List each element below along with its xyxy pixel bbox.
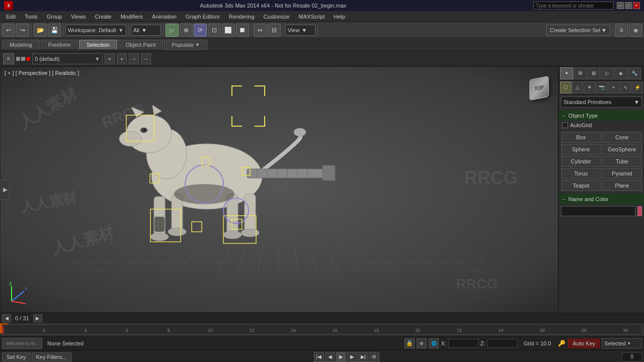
search-input[interactable]	[533, 2, 614, 10]
svg-rect-33	[242, 167, 250, 175]
viewport-expand-arrow[interactable]: ▶	[1, 179, 10, 200]
lights-btn[interactable]: ☀	[584, 81, 595, 94]
hierarchy-panel-btn[interactable]: ⊞	[587, 67, 600, 79]
next-frame-btn[interactable]: ▶	[347, 352, 357, 362]
tab-populate[interactable]: Populate ▼	[164, 40, 207, 50]
rotate-tool[interactable]: ⟳	[194, 24, 207, 37]
tube-button[interactable]: Tube	[602, 156, 642, 167]
menu-graph-editors[interactable]: Graph Editors	[182, 13, 224, 21]
select-tool[interactable]: ▷	[166, 24, 179, 37]
close-button[interactable]: ✕	[633, 2, 640, 9]
add-sel-to-layer-button[interactable]: +	[117, 53, 127, 64]
create-panel-btn[interactable]: ✦	[560, 67, 573, 79]
prev-frame-btn[interactable]: ◀	[325, 352, 335, 362]
tab-object-paint[interactable]: Object Paint	[118, 40, 164, 49]
utilities-panel-btn[interactable]: 🔧	[628, 67, 641, 79]
absolute-mode-icon[interactable]: ⊕	[417, 338, 427, 348]
pyramid-button[interactable]: Pyramid	[602, 168, 642, 179]
menu-create[interactable]: Create	[91, 13, 115, 21]
selected-dropdown[interactable]: Selected ▼	[602, 338, 642, 348]
tab-selection[interactable]: Selection	[79, 40, 117, 49]
menu-customize[interactable]: Customize	[260, 13, 294, 21]
box-button[interactable]: Box	[561, 132, 601, 143]
viewport[interactable]: [ + ] [ Perspective ] [ Realistic ] 人人素材…	[0, 66, 558, 313]
create-selection-button[interactable]: Create Selection Sel ▼	[546, 25, 610, 36]
go-to-start-btn[interactable]: |◀	[314, 352, 324, 362]
sphere-button[interactable]: Sphere	[561, 144, 601, 155]
play-btn[interactable]: ▶	[336, 352, 346, 362]
schematic-button[interactable]: ◈	[629, 24, 642, 37]
menu-maxscript[interactable]: MAXScript	[295, 13, 329, 21]
geometry-btn[interactable]: ⬡	[560, 81, 572, 94]
key-filters-button[interactable]: Key Filters...	[32, 352, 71, 361]
display-panel-btn[interactable]: ◈	[614, 67, 627, 79]
systems-btn[interactable]: ⚡	[631, 81, 643, 94]
auto-key-button[interactable]: Auto Key	[568, 339, 600, 348]
plane-button[interactable]: Plane	[602, 180, 642, 191]
z-input[interactable]	[488, 339, 518, 348]
lock-icon[interactable]: 🔒	[405, 338, 415, 348]
object-type-header[interactable]: − Object Type	[559, 110, 644, 121]
viewport-canvas[interactable]: 人人素材 RRCG 人人素材 RRCG RRCG 人人素材	[1, 67, 558, 312]
minimize-button[interactable]: ─	[617, 2, 624, 9]
search-box-title[interactable]	[533, 2, 614, 10]
menu-group[interactable]: Group	[43, 13, 66, 21]
play-options-btn[interactable]: ⚙	[369, 352, 379, 362]
color-swatch[interactable]	[637, 206, 642, 216]
menu-tools[interactable]: Tools	[21, 13, 42, 21]
frame-input[interactable]	[622, 352, 642, 361]
helpers-btn[interactable]: +	[608, 81, 619, 94]
menu-rendering[interactable]: Rendering	[225, 13, 259, 21]
menu-modifiers[interactable]: Modifiers	[116, 13, 147, 21]
cameras-btn[interactable]: 📷	[596, 81, 607, 94]
snap-toggle[interactable]: 🔲	[236, 24, 249, 37]
maximize-button[interactable]: □	[625, 2, 632, 9]
timeline-ruler[interactable]: 0 2 4 6 8 10 12 14 16 18 20 22 24 26 28 …	[2, 324, 642, 334]
select-region[interactable]: ⬜	[222, 24, 235, 37]
shapes-btn[interactable]: △	[572, 81, 584, 94]
menu-views[interactable]: Views	[67, 13, 90, 21]
navigation-cube[interactable]: TOP	[524, 77, 554, 107]
filter-dropdown[interactable]: All ▼	[131, 25, 161, 36]
layers-button[interactable]: ≡	[615, 24, 628, 37]
autogrid-checkbox[interactable]	[562, 122, 568, 128]
view-dropdown[interactable]: View ▼	[285, 25, 315, 36]
set-key-button[interactable]: Set Key	[2, 352, 31, 361]
move-tool[interactable]: ⊕	[180, 24, 193, 37]
timeline-prev-btn[interactable]: ◀	[2, 314, 11, 322]
teapot-button[interactable]: Teapot	[561, 180, 601, 191]
menu-edit[interactable]: Edit	[2, 13, 20, 21]
object-name-input[interactable]	[561, 206, 635, 216]
timeline-next-btn[interactable]: ▶	[33, 314, 42, 322]
go-to-end-btn[interactable]: ▶|	[358, 352, 368, 362]
workspace-dropdown[interactable]: Workspace: Default ▼	[65, 25, 126, 36]
x-input[interactable]	[448, 339, 478, 348]
spacewarps-btn[interactable]: ∿	[620, 81, 631, 94]
add-layer-button[interactable]: +	[105, 53, 115, 64]
remove-button[interactable]: −	[141, 53, 151, 64]
move-sel-button[interactable]: →	[129, 53, 139, 64]
world-icon[interactable]: 🌐	[429, 338, 439, 348]
mirror-tool[interactable]: ⇔	[254, 24, 267, 37]
name-color-header[interactable]: − Name and Color	[559, 193, 644, 204]
scale-tool[interactable]: ⊡	[208, 24, 221, 37]
primitives-dropdown[interactable]: Standard Primitives ▼	[561, 97, 642, 108]
cylinder-button[interactable]: Cylinder	[561, 156, 601, 167]
open-button[interactable]: 📂	[34, 24, 47, 37]
align-tool[interactable]: ⊟	[268, 24, 281, 37]
menu-animation[interactable]: Animation	[148, 13, 181, 21]
save-button[interactable]: 💾	[48, 24, 61, 37]
torus-button[interactable]: Torus	[561, 168, 601, 179]
tab-modeling[interactable]: Modeling	[2, 40, 40, 49]
tab-freeform[interactable]: Freeform	[41, 40, 78, 49]
modify-panel-btn[interactable]: ⚙	[574, 67, 587, 79]
timeline-track[interactable]: 0 2 4 6 8 10 12 14 16 18 20 22 24 26 28 …	[0, 323, 644, 336]
svg-rect-34	[202, 157, 210, 165]
redo-button[interactable]: ↪	[16, 24, 29, 37]
cone-button[interactable]: Cone	[602, 132, 642, 143]
menu-help[interactable]: Help	[330, 13, 350, 21]
motion-panel-btn[interactable]: ▷	[601, 67, 614, 79]
layer-dropdown[interactable]: 0 (default) ▼	[32, 53, 103, 64]
undo-button[interactable]: ↩	[2, 24, 15, 37]
geosphere-button[interactable]: GeoSphere	[602, 144, 642, 155]
